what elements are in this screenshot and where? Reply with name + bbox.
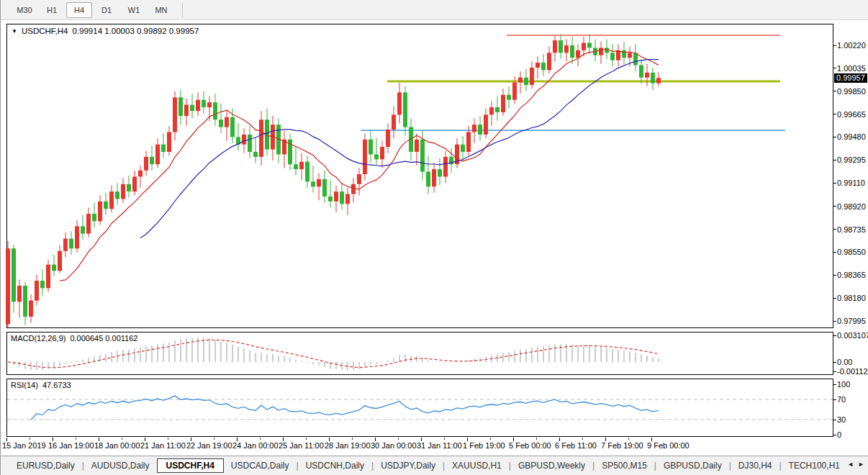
candle [340,183,344,210]
toolbar-divider [182,3,183,17]
price-tick [833,183,836,184]
candle [501,89,505,116]
date-axis-label: 9 Feb 00:00 [647,441,690,450]
candle [144,150,148,175]
price-axis-label: 0.98735 [837,225,866,234]
price-tick [833,321,836,322]
timeframe-button-d1[interactable]: D1 [94,2,119,18]
candle [253,138,258,163]
price-axis-label: 0.99480 [837,132,866,141]
candle [478,116,482,140]
candle [259,111,263,166]
price-tick [833,114,836,114]
timeframe-button-h1[interactable]: H1 [39,2,65,18]
candle [369,131,373,163]
candle [651,68,655,90]
date-axis[interactable]: 15 Jan 201916 Jan 19:0018 Jan 00:0021 Ja… [1,438,868,456]
candle [196,92,200,116]
tab-dj30-h4[interactable]: DJ30,H4 [731,459,779,472]
date-tick-minor [214,438,214,440]
macd-axis-label: -0.001125 [837,367,868,376]
date-tick-minor [628,438,629,440]
candle [104,193,108,215]
date-axis-label: 31 Jan 11:00 [417,441,462,450]
macd-tick [833,362,836,363]
tab-sp500-m15[interactable]: SP500,M15 [595,459,654,472]
candle [599,42,603,64]
chart-tab-bar: EURUSD,Daily|AUDUSD,DailyUSDCHF,H4USDCAD… [1,456,868,475]
candle [225,111,229,140]
date-axis-label: 5 Feb 00:00 [509,441,551,450]
candle [426,155,430,194]
candle [461,136,465,160]
candle [530,61,534,89]
price-axis-label: 0.98550 [837,248,866,256]
tab-scroll-left-icon[interactable]: ◄ [847,461,854,468]
rsi-tick [833,399,836,400]
timeframe-buttons: M30H1H4D1W1MN [11,2,175,18]
date-axis-label: 28 Jan 19:00 [325,441,371,450]
date-axis-label: 18 Jan 00:00 [94,441,140,450]
candle [622,42,626,64]
tab-usdcnh-daily[interactable]: USDCNH,Daily [299,459,371,472]
macd-values: 0.000645 0.001162 [70,334,137,343]
chart-menu-arrow-icon[interactable]: ▼ [12,28,17,35]
candle [541,54,546,76]
main-chart-canvas[interactable] [6,24,833,328]
candle [415,133,419,166]
candle [656,72,661,86]
candle [403,86,407,136]
tab-gbpusd-daily[interactable]: GBPUSD,Daily [656,459,729,472]
tab-xauusd-h1[interactable]: XAUUSD,H1 [445,459,509,472]
price-axis-label: 1.00220 [837,41,866,50]
tab-gbpusd-weekly[interactable]: GBPUSD,Weekly [511,459,592,472]
date-axis-label: 16 Jan 19:00 [48,441,94,450]
timeframe-button-w1[interactable]: W1 [121,2,147,18]
current-price-tag: 0.99957 [834,73,867,83]
candle [138,166,143,188]
candle [518,71,523,94]
price-tick [833,91,836,91]
candles-layer [6,35,661,328]
candle [311,166,315,193]
candle [345,188,350,215]
price-axis-label: 0.97995 [837,317,866,325]
candle [58,245,62,273]
rsi-canvas[interactable] [6,379,833,437]
date-axis-label: 7 Feb 19:00 [601,441,643,450]
price-axis-label: 0.99665 [837,110,866,119]
tab-scroll-right-icon[interactable]: ► [858,461,864,468]
candle [213,94,217,126]
price-tick [833,206,836,207]
candle [40,270,45,296]
tab-eurusd-daily[interactable]: EURUSD,Daily [9,459,82,472]
tab-usdcad-daily[interactable]: USDCAD,Daily [224,459,297,472]
timeframe-button-mn[interactable]: MN [148,2,174,18]
price-tick [833,68,836,68]
price-tick [833,229,836,230]
date-tick-minor [352,438,353,440]
date-tick-minor [76,438,76,440]
tab-audusd-daily[interactable]: AUDUSD,Daily [84,459,157,472]
rsi-axis-label: 70 [837,395,846,404]
tab-usdjpy-daily[interactable]: USDJPY,Daily [374,459,443,472]
candle [69,231,73,255]
candle [248,126,252,158]
date-axis-label: 25 Jan 11:00 [279,441,324,450]
chart-title: ▼ USDCHF,H4 0.99914 1.00003 0.99892 0.99… [12,27,199,35]
timeframe-button-h4[interactable]: H4 [66,2,92,18]
tab-tech100-h1[interactable]: TECH100,H1 [782,459,847,472]
candle [639,59,643,83]
price-tick [833,275,836,276]
price-axis-label: 1.00035 [837,64,866,73]
price-axis-label: 0.99110 [837,178,865,187]
candle [190,94,194,118]
tab-usdchf-h4[interactable]: USDCHF,H4 [157,458,224,473]
candle [535,56,540,78]
candle [288,133,292,171]
price-tick [833,160,836,160]
candle [271,116,275,160]
date-axis-label: 30 Jan 00:00 [371,441,417,450]
timeframe-button-m30[interactable]: M30 [12,2,37,18]
candle [616,44,620,66]
